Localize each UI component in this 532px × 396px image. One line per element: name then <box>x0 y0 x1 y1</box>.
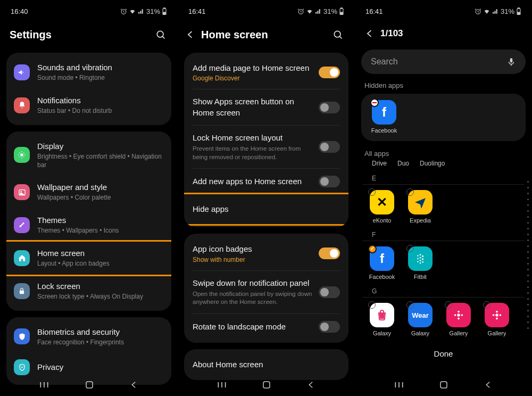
home-button[interactable] <box>262 380 271 390</box>
app-fitbit[interactable]: Fitbit <box>405 246 436 280</box>
chevron-left-icon <box>364 28 375 39</box>
done-button[interactable]: Done <box>355 341 532 361</box>
row-swipe[interactable]: Swipe down for notification panel Open t… <box>184 271 348 314</box>
app-ekonto[interactable]: ✕ eKonto <box>367 190 397 224</box>
recents-button[interactable] <box>39 380 49 390</box>
select-badge[interactable] <box>406 188 414 196</box>
app-label: eKonto <box>373 217 392 224</box>
svg-point-22 <box>417 255 418 256</box>
toggle-switch[interactable] <box>319 321 340 333</box>
wear-icon: Wear <box>408 303 433 327</box>
wifi-icon <box>483 8 491 15</box>
row-title: Hide apps <box>193 204 340 214</box>
setting-notifications[interactable]: Notifications Status bar • Do not distur… <box>6 89 171 122</box>
row-rotate[interactable]: Rotate to landscape mode <box>184 314 348 340</box>
svg-rect-2 <box>164 8 165 9</box>
shield-icon <box>14 328 30 344</box>
svg-point-27 <box>420 260 421 261</box>
home-button[interactable] <box>85 380 94 390</box>
setting-sounds[interactable]: Sounds and vibration Sound mode • Ringto… <box>6 56 171 89</box>
select-badge[interactable] <box>483 301 491 309</box>
signal-icon <box>138 8 145 15</box>
row-lock-layout[interactable]: Lock Home screen layout Prevent items on… <box>184 126 348 168</box>
phone-screen-home-settings: 16:41 31% Home screen Add media page to … <box>178 0 355 396</box>
status-bar: 16:40 31% <box>0 0 178 20</box>
svg-point-5 <box>20 154 23 156</box>
index-scrollbar[interactable] <box>527 181 529 329</box>
select-badge[interactable] <box>406 301 414 309</box>
svg-rect-20 <box>518 12 520 14</box>
apps-row-g: Galaxy Wear Galaxy Gallery Gallery <box>355 302 532 341</box>
status-icons: 31% <box>475 7 521 15</box>
setting-biometrics[interactable]: Biometrics and security Face recognition… <box>6 320 171 353</box>
mic-icon[interactable] <box>506 57 516 67</box>
clock: 16:40 <box>11 7 28 15</box>
row-sub: Show with number <box>193 256 312 263</box>
row-media-page[interactable]: Add media page to Home screen Google Dis… <box>184 56 348 89</box>
toggle-switch[interactable] <box>319 102 340 113</box>
recents-button[interactable] <box>217 380 227 390</box>
svg-rect-16 <box>263 382 270 388</box>
back-button[interactable] <box>129 380 139 390</box>
setting-display[interactable]: Display Brightness • Eye comfort shield … <box>6 135 171 176</box>
toggle-switch[interactable] <box>319 141 340 153</box>
back-button[interactable] <box>183 27 198 42</box>
counter-header: 1/103 <box>355 20 532 47</box>
search-button[interactable] <box>330 27 345 42</box>
toggle-switch[interactable] <box>319 67 340 78</box>
letter-f: F <box>362 228 525 241</box>
back-button[interactable] <box>306 380 316 390</box>
selected-badge[interactable] <box>368 245 377 253</box>
bell-icon <box>14 97 30 113</box>
app-gallery-2[interactable]: Gallery <box>481 303 512 336</box>
search-button[interactable] <box>153 27 168 42</box>
search-input[interactable]: Search <box>361 50 526 74</box>
toggle-switch[interactable] <box>319 248 340 259</box>
status-icons: 31% <box>120 7 167 15</box>
app-galaxy-1[interactable]: Galaxy <box>367 303 397 336</box>
home-settings-group-2: App icon badges Show with number Swipe d… <box>184 234 348 343</box>
select-badge[interactable] <box>445 301 452 309</box>
app-facebook[interactable]: f Facebook <box>367 246 397 280</box>
remove-badge[interactable] <box>370 98 379 107</box>
row-hide-apps[interactable]: Hide apps <box>184 194 348 224</box>
svg-point-26 <box>420 257 421 259</box>
toggle-switch[interactable] <box>319 286 340 298</box>
select-badge[interactable] <box>368 188 376 196</box>
toggle-switch[interactable] <box>319 176 340 187</box>
setting-wallpaper[interactable]: Wallpaper and style Wallpapers • Color p… <box>6 176 171 209</box>
app-galaxy-2[interactable]: Wear Galaxy <box>405 303 436 336</box>
setting-themes[interactable]: Themes Themes • Wallpapers • Icons <box>6 209 171 242</box>
page-title: Settings <box>10 29 153 41</box>
svg-point-29 <box>422 255 423 257</box>
setting-sub: Brightness • Eye comfort shield • Naviga… <box>37 153 164 169</box>
setting-title: Themes <box>37 215 164 226</box>
row-title: Rotate to landscape mode <box>193 321 312 332</box>
wifi-icon <box>306 8 313 15</box>
back-button[interactable] <box>362 26 377 41</box>
setting-lock-screen[interactable]: Lock screen Screen lock type • Always On… <box>6 275 171 308</box>
app-expedia[interactable]: Expedia <box>405 190 436 224</box>
setting-sub: Sound mode • Ringtone <box>37 74 164 82</box>
hidden-app-facebook[interactable]: f Facebook <box>369 100 400 134</box>
select-badge[interactable] <box>406 245 414 252</box>
svg-rect-42 <box>440 382 447 388</box>
svg-rect-21 <box>510 58 513 62</box>
page-header: Settings <box>0 20 178 53</box>
home-button[interactable] <box>439 380 448 390</box>
battery-pct: 31% <box>501 7 514 15</box>
nav-bar <box>0 374 178 396</box>
row-badges[interactable]: App icon badges Show with number <box>184 237 348 270</box>
row-apps-button[interactable]: Show Apps screen button on Home screen <box>184 89 348 125</box>
alarm-icon <box>297 8 304 15</box>
setting-home-screen[interactable]: Home screen Layout • App icon badges <box>6 242 171 275</box>
recents-button[interactable] <box>394 380 404 390</box>
select-badge[interactable] <box>368 301 376 309</box>
row-add-new[interactable]: Add new apps to Home screen <box>184 169 348 194</box>
alarm-icon <box>475 8 481 15</box>
status-bar: 16:41 31% <box>355 0 532 20</box>
back-button[interactable] <box>484 380 493 390</box>
svg-point-39 <box>496 318 498 320</box>
app-gallery-1[interactable]: Gallery <box>443 303 474 336</box>
svg-point-7 <box>20 191 22 193</box>
